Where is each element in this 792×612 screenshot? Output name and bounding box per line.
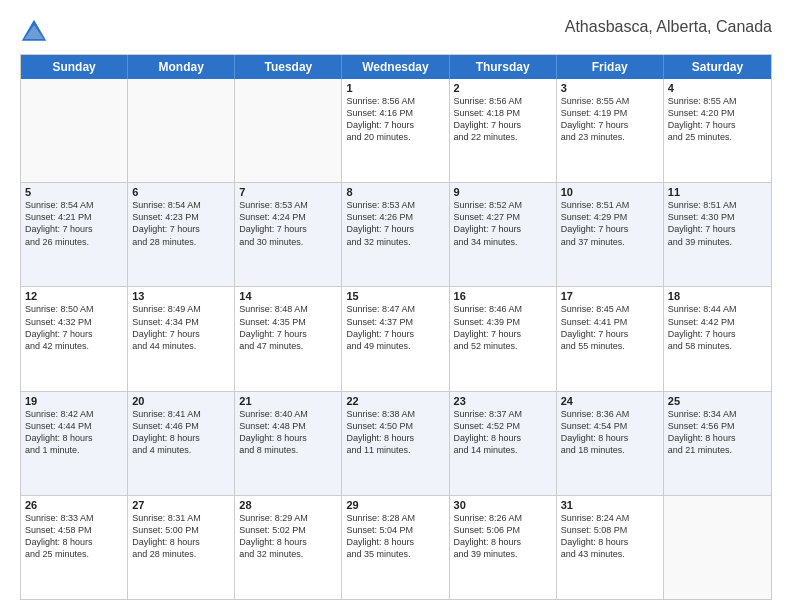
cal-cell-r2-c4: 16Sunrise: 8:46 AM Sunset: 4:39 PM Dayli… [450,287,557,390]
day-number: 1 [346,82,444,94]
day-info: Sunrise: 8:50 AM Sunset: 4:32 PM Dayligh… [25,303,123,352]
cal-cell-r0-c1 [128,79,235,182]
day-info: Sunrise: 8:33 AM Sunset: 4:58 PM Dayligh… [25,512,123,561]
cal-cell-r0-c6: 4Sunrise: 8:55 AM Sunset: 4:20 PM Daylig… [664,79,771,182]
day-info: Sunrise: 8:53 AM Sunset: 4:26 PM Dayligh… [346,199,444,248]
cal-cell-r3-c3: 22Sunrise: 8:38 AM Sunset: 4:50 PM Dayli… [342,392,449,495]
cal-cell-r3-c6: 25Sunrise: 8:34 AM Sunset: 4:56 PM Dayli… [664,392,771,495]
day-info: Sunrise: 8:36 AM Sunset: 4:54 PM Dayligh… [561,408,659,457]
day-number: 4 [668,82,767,94]
day-number: 29 [346,499,444,511]
title-block: Athasbasca, Alberta, Canada [565,18,772,36]
day-number: 9 [454,186,552,198]
cal-cell-r4-c4: 30Sunrise: 8:26 AM Sunset: 5:06 PM Dayli… [450,496,557,599]
cal-cell-r4-c2: 28Sunrise: 8:29 AM Sunset: 5:02 PM Dayli… [235,496,342,599]
cal-cell-r4-c6 [664,496,771,599]
day-number: 27 [132,499,230,511]
header-friday: Friday [557,55,664,79]
calendar-header: Sunday Monday Tuesday Wednesday Thursday… [21,55,771,79]
cal-cell-r4-c3: 29Sunrise: 8:28 AM Sunset: 5:04 PM Dayli… [342,496,449,599]
day-info: Sunrise: 8:45 AM Sunset: 4:41 PM Dayligh… [561,303,659,352]
day-number: 19 [25,395,123,407]
cal-cell-r3-c4: 23Sunrise: 8:37 AM Sunset: 4:52 PM Dayli… [450,392,557,495]
cal-cell-r4-c5: 31Sunrise: 8:24 AM Sunset: 5:08 PM Dayli… [557,496,664,599]
day-info: Sunrise: 8:28 AM Sunset: 5:04 PM Dayligh… [346,512,444,561]
cal-cell-r0-c4: 2Sunrise: 8:56 AM Sunset: 4:18 PM Daylig… [450,79,557,182]
day-number: 7 [239,186,337,198]
day-info: Sunrise: 8:49 AM Sunset: 4:34 PM Dayligh… [132,303,230,352]
day-number: 21 [239,395,337,407]
cal-cell-r0-c5: 3Sunrise: 8:55 AM Sunset: 4:19 PM Daylig… [557,79,664,182]
logo-icon [20,18,48,46]
header-saturday: Saturday [664,55,771,79]
day-info: Sunrise: 8:51 AM Sunset: 4:30 PM Dayligh… [668,199,767,248]
cal-cell-r2-c1: 13Sunrise: 8:49 AM Sunset: 4:34 PM Dayli… [128,287,235,390]
cal-cell-r3-c5: 24Sunrise: 8:36 AM Sunset: 4:54 PM Dayli… [557,392,664,495]
day-number: 3 [561,82,659,94]
day-info: Sunrise: 8:31 AM Sunset: 5:00 PM Dayligh… [132,512,230,561]
cal-cell-r4-c1: 27Sunrise: 8:31 AM Sunset: 5:00 PM Dayli… [128,496,235,599]
day-number: 8 [346,186,444,198]
day-info: Sunrise: 8:47 AM Sunset: 4:37 PM Dayligh… [346,303,444,352]
header: Athasbasca, Alberta, Canada [20,18,772,46]
day-number: 25 [668,395,767,407]
cal-cell-r2-c6: 18Sunrise: 8:44 AM Sunset: 4:42 PM Dayli… [664,287,771,390]
day-info: Sunrise: 8:54 AM Sunset: 4:21 PM Dayligh… [25,199,123,248]
cal-cell-r0-c0 [21,79,128,182]
header-sunday: Sunday [21,55,128,79]
title-location: Athasbasca, Alberta, Canada [565,18,772,36]
day-number: 30 [454,499,552,511]
day-info: Sunrise: 8:37 AM Sunset: 4:52 PM Dayligh… [454,408,552,457]
calendar: Sunday Monday Tuesday Wednesday Thursday… [20,54,772,600]
day-number: 17 [561,290,659,302]
calendar-row-3: 19Sunrise: 8:42 AM Sunset: 4:44 PM Dayli… [21,391,771,495]
day-info: Sunrise: 8:48 AM Sunset: 4:35 PM Dayligh… [239,303,337,352]
day-info: Sunrise: 8:46 AM Sunset: 4:39 PM Dayligh… [454,303,552,352]
cal-cell-r2-c0: 12Sunrise: 8:50 AM Sunset: 4:32 PM Dayli… [21,287,128,390]
cal-cell-r2-c5: 17Sunrise: 8:45 AM Sunset: 4:41 PM Dayli… [557,287,664,390]
day-number: 23 [454,395,552,407]
cal-cell-r1-c1: 6Sunrise: 8:54 AM Sunset: 4:23 PM Daylig… [128,183,235,286]
day-number: 31 [561,499,659,511]
cal-cell-r1-c5: 10Sunrise: 8:51 AM Sunset: 4:29 PM Dayli… [557,183,664,286]
cal-cell-r4-c0: 26Sunrise: 8:33 AM Sunset: 4:58 PM Dayli… [21,496,128,599]
day-number: 6 [132,186,230,198]
day-info: Sunrise: 8:55 AM Sunset: 4:19 PM Dayligh… [561,95,659,144]
day-number: 22 [346,395,444,407]
day-info: Sunrise: 8:52 AM Sunset: 4:27 PM Dayligh… [454,199,552,248]
cal-cell-r1-c2: 7Sunrise: 8:53 AM Sunset: 4:24 PM Daylig… [235,183,342,286]
day-info: Sunrise: 8:44 AM Sunset: 4:42 PM Dayligh… [668,303,767,352]
cal-cell-r1-c4: 9Sunrise: 8:52 AM Sunset: 4:27 PM Daylig… [450,183,557,286]
calendar-row-1: 5Sunrise: 8:54 AM Sunset: 4:21 PM Daylig… [21,182,771,286]
logo [20,18,52,46]
header-thursday: Thursday [450,55,557,79]
cal-cell-r3-c2: 21Sunrise: 8:40 AM Sunset: 4:48 PM Dayli… [235,392,342,495]
day-info: Sunrise: 8:56 AM Sunset: 4:16 PM Dayligh… [346,95,444,144]
day-info: Sunrise: 8:41 AM Sunset: 4:46 PM Dayligh… [132,408,230,457]
day-info: Sunrise: 8:29 AM Sunset: 5:02 PM Dayligh… [239,512,337,561]
day-info: Sunrise: 8:26 AM Sunset: 5:06 PM Dayligh… [454,512,552,561]
header-wednesday: Wednesday [342,55,449,79]
cal-cell-r0-c3: 1Sunrise: 8:56 AM Sunset: 4:16 PM Daylig… [342,79,449,182]
day-info: Sunrise: 8:42 AM Sunset: 4:44 PM Dayligh… [25,408,123,457]
calendar-row-0: 1Sunrise: 8:56 AM Sunset: 4:16 PM Daylig… [21,79,771,182]
day-number: 16 [454,290,552,302]
page: Athasbasca, Alberta, Canada Sunday Monda… [0,0,792,612]
day-info: Sunrise: 8:51 AM Sunset: 4:29 PM Dayligh… [561,199,659,248]
calendar-row-2: 12Sunrise: 8:50 AM Sunset: 4:32 PM Dayli… [21,286,771,390]
day-info: Sunrise: 8:38 AM Sunset: 4:50 PM Dayligh… [346,408,444,457]
day-number: 5 [25,186,123,198]
cal-cell-r3-c1: 20Sunrise: 8:41 AM Sunset: 4:46 PM Dayli… [128,392,235,495]
day-number: 20 [132,395,230,407]
day-number: 13 [132,290,230,302]
day-info: Sunrise: 8:55 AM Sunset: 4:20 PM Dayligh… [668,95,767,144]
day-info: Sunrise: 8:53 AM Sunset: 4:24 PM Dayligh… [239,199,337,248]
header-monday: Monday [128,55,235,79]
cal-cell-r1-c3: 8Sunrise: 8:53 AM Sunset: 4:26 PM Daylig… [342,183,449,286]
header-tuesday: Tuesday [235,55,342,79]
day-number: 12 [25,290,123,302]
day-info: Sunrise: 8:34 AM Sunset: 4:56 PM Dayligh… [668,408,767,457]
cal-cell-r1-c0: 5Sunrise: 8:54 AM Sunset: 4:21 PM Daylig… [21,183,128,286]
cal-cell-r2-c3: 15Sunrise: 8:47 AM Sunset: 4:37 PM Dayli… [342,287,449,390]
cal-cell-r1-c6: 11Sunrise: 8:51 AM Sunset: 4:30 PM Dayli… [664,183,771,286]
